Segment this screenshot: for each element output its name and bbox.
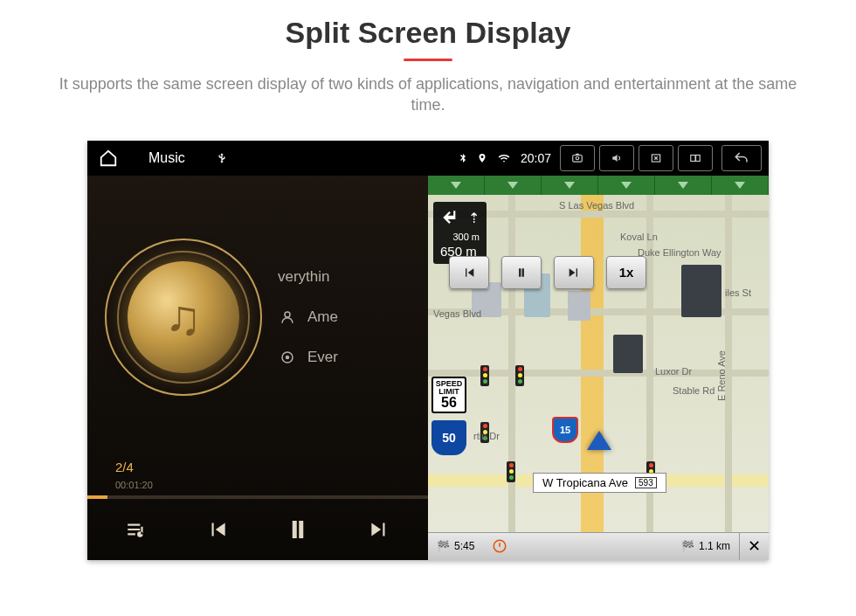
svg-rect-0 [573, 155, 583, 162]
track-next[interactable]: Ever [278, 349, 428, 366]
flag-icon: 🏁 [681, 540, 694, 552]
route-shield: 50 [431, 420, 466, 455]
screenshot-button[interactable] [560, 145, 595, 171]
svg-rect-4 [696, 155, 701, 161]
street-label: Vegas Blvd [433, 308, 481, 319]
overlay-speed-button[interactable]: 1x [606, 256, 646, 289]
eta-cell[interactable]: 🏁 5:45 [428, 540, 483, 552]
playlist-button[interactable] [123, 518, 149, 541]
disc-icon [278, 350, 297, 365]
svg-rect-3 [691, 155, 695, 161]
lane-arrow-icon [621, 182, 632, 189]
street-label: Duke Ellington Way [638, 247, 721, 258]
bluetooth-icon [458, 151, 468, 165]
street-label: E Reno Ave [716, 350, 727, 401]
interstate-shield: 15 [552, 417, 578, 443]
device-screen: Music 20:07 [87, 141, 769, 560]
svg-point-7 [286, 356, 289, 359]
page-title: Split Screen Display [286, 16, 571, 50]
overlay-media-controls: 1x [449, 256, 646, 289]
nav-panel: S Las Vegas Blvd Koval Ln Duke Ellington… [428, 176, 769, 560]
street-label: Luxor Dr [655, 366, 692, 377]
lane-arrow-icon [507, 182, 518, 189]
svg-point-1 [576, 156, 579, 160]
overlay-prev-button[interactable] [449, 256, 489, 289]
street-label: S Las Vegas Blvd [559, 200, 634, 211]
split-screen-button[interactable] [678, 145, 713, 171]
street-label: iles St [725, 287, 751, 298]
street-label: Koval Ln [620, 232, 658, 242]
overlay-pause-button[interactable] [501, 256, 542, 289]
clock-value: 20:07 [521, 151, 551, 165]
track-index: 2/4 [115, 460, 134, 474]
wifi-icon [496, 152, 512, 164]
music-app-label: Music [148, 150, 185, 166]
lane-arrow-icon [451, 182, 461, 189]
vehicle-cursor-icon [587, 431, 611, 450]
home-icon[interactable] [99, 149, 118, 168]
music-note-icon: ♫ [105, 239, 262, 396]
overlay-next-button[interactable] [554, 256, 594, 289]
status-bar: Music 20:07 [87, 141, 769, 176]
distance-cell[interactable]: 🏁 1.1 km [673, 540, 739, 552]
turn-dist-small: 300 m [440, 232, 480, 242]
back-button[interactable] [721, 145, 762, 171]
track-current[interactable]: Ame [278, 308, 428, 326]
street-label: rtin Dr [473, 431, 500, 441]
lane-arrow-icon [564, 182, 575, 189]
next-button[interactable] [366, 518, 392, 541]
artist-icon [278, 309, 297, 325]
prev-button[interactable] [204, 518, 231, 541]
music-panel: ♫ verythin Ame [87, 176, 428, 560]
device-body: ♫ verythin Ame [87, 176, 769, 560]
street-banner: W Tropicana Ave 593 [533, 473, 666, 493]
turn-instruction: ⇡ 300 m 650 m [433, 202, 487, 264]
lane-arrow-icon [678, 182, 688, 189]
close-window-button[interactable] [639, 145, 673, 171]
volume-button[interactable] [599, 145, 634, 171]
svg-point-5 [285, 312, 290, 317]
page-desc: It supports the same screen display of t… [44, 73, 812, 116]
track-prev[interactable]: verythin [278, 268, 428, 286]
title-underline [404, 59, 452, 61]
elapsed-time: 00:01:20 [115, 480, 153, 490]
usb-icon [216, 150, 228, 166]
lane-arrow-icon [735, 182, 745, 189]
album-art: ♫ [105, 239, 262, 396]
lane-bar [428, 176, 769, 195]
info-cell[interactable] [483, 538, 516, 554]
speed-limit-sign: SPEED LIMIT 56 [431, 377, 466, 413]
track-list: verythin Ame Ever [278, 268, 428, 366]
location-icon [477, 151, 487, 165]
street-label: Stable Rd [673, 385, 714, 396]
nav-close-button[interactable]: ✕ [739, 533, 769, 560]
pause-button[interactable] [285, 516, 311, 543]
flag-icon: 🏁 [437, 540, 450, 552]
exit-badge: 593 [635, 477, 657, 488]
nav-bottom-bar: 🏁 5:45 🏁 1.1 km ✕ [428, 532, 769, 560]
